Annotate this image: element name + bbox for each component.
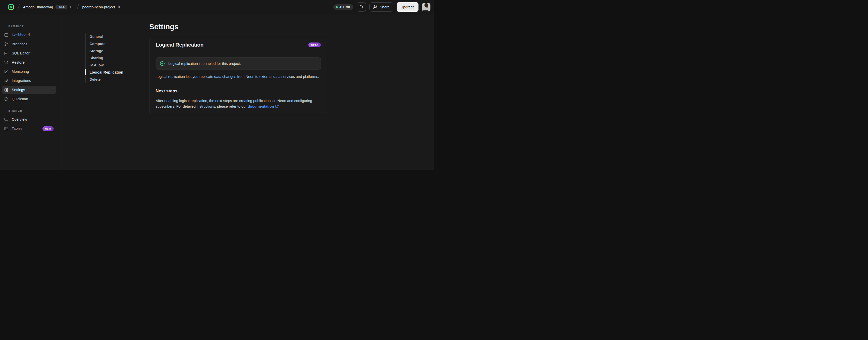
new-badge: NEW — [42, 126, 54, 131]
sidebar-item-label: Settings — [12, 88, 25, 92]
check-circle-icon — [4, 97, 8, 101]
bell-icon — [359, 5, 364, 9]
git-branch-icon — [4, 42, 8, 46]
sidebar-section-gap — [8, 104, 50, 109]
sidebar-item-label: Quickstart — [12, 97, 28, 101]
share-label: Share — [380, 5, 390, 9]
settings-nav-ip-allow[interactable]: IP Allow — [90, 62, 123, 69]
status-label: ALL OK — [339, 6, 350, 9]
gear-icon — [4, 88, 8, 92]
sidebar-item-settings[interactable]: Settings — [2, 86, 56, 94]
documentation-link[interactable]: documentation — [248, 104, 279, 108]
plan-badge: FREE — [55, 5, 67, 9]
card-header: Logical Replication BETA — [156, 42, 321, 48]
topbar-actions: ALL OK Share Upgrade — [333, 2, 430, 12]
sidebar-item-label: Tables — [12, 126, 22, 131]
breadcrumb-org[interactable]: Amogh Bharadwaj — [23, 5, 53, 9]
documentation-link-label: documentation — [248, 104, 274, 108]
next-steps-text-body: After enabling logical replication, the … — [156, 99, 312, 108]
table-icon — [4, 126, 8, 131]
users-icon — [373, 5, 377, 9]
card-title: Logical Replication — [156, 42, 204, 48]
history-icon — [4, 60, 8, 65]
sidebar-item-dashboard[interactable]: Dashboard — [2, 31, 56, 39]
sidebar-item-quickstart[interactable]: Quickstart — [2, 95, 56, 103]
settings-nav-delete[interactable]: Delete — [90, 76, 123, 83]
page-title: Settings — [149, 22, 179, 31]
breadcrumb-project[interactable]: peerdb-neon-project — [82, 5, 115, 9]
settings-nav-general[interactable]: General — [90, 33, 123, 40]
sidebar-item-label: Dashboard — [12, 33, 30, 37]
beta-badge: BETA — [308, 42, 321, 47]
sidebar-item-label: Integrations — [12, 79, 31, 83]
status-badge[interactable]: ALL OK — [333, 4, 353, 10]
breadcrumb-divider — [76, 4, 79, 10]
integrations-icon — [4, 79, 8, 83]
logical-replication-card: Logical Replication BETA Logical replica… — [149, 38, 327, 114]
sidebar-item-tables[interactable]: Tables NEW — [2, 124, 56, 133]
settings-nav-compute[interactable]: Compute — [90, 40, 123, 47]
next-steps-text: After enabling logical replication, the … — [156, 98, 320, 109]
sidebar-item-monitoring[interactable]: Monitoring — [2, 67, 56, 76]
success-alert: Logical replication is enabled for this … — [156, 58, 321, 69]
sidebar-item-overview[interactable]: Overview — [2, 115, 56, 123]
org-switcher-chevron-icon[interactable] — [69, 5, 73, 9]
external-link-icon — [275, 104, 279, 108]
sidebar-item-label: Branches — [12, 42, 27, 46]
sidebar-item-restore[interactable]: Restore — [2, 58, 56, 66]
user-avatar[interactable] — [422, 3, 430, 11]
app-window: Amogh Bharadwaj FREE peerdb-neon-project… — [0, 0, 434, 170]
success-alert-text: Logical replication is enabled for this … — [168, 62, 241, 66]
settings-nav-sharing[interactable]: Sharing — [90, 54, 123, 62]
settings-nav-storage[interactable]: Storage — [90, 47, 123, 54]
next-steps-heading: Next steps — [156, 89, 178, 94]
sidebar-item-integrations[interactable]: Integrations — [2, 77, 56, 85]
sidebar-item-label: SQL Editor — [12, 51, 30, 55]
sidebar-section-project: PROJECT — [8, 25, 50, 28]
sidebar-item-sql-editor[interactable]: SQL Editor — [2, 49, 56, 57]
sidebar: PROJECT Dashboard Branches SQL Editor Re… — [0, 15, 58, 170]
card-description: Logical replication lets you replicate d… — [156, 74, 320, 80]
sidebar-item-label: Restore — [12, 60, 25, 64]
breadcrumb-divider — [17, 4, 20, 10]
window-icon — [4, 33, 8, 37]
sidebar-item-branches[interactable]: Branches — [2, 40, 56, 48]
sidebar-item-label: Monitoring — [12, 69, 29, 74]
window-icon — [4, 117, 8, 122]
upgrade-button[interactable]: Upgrade — [397, 2, 418, 12]
sidebar-section-branch: BRANCH — [8, 109, 50, 112]
success-check-icon — [160, 61, 165, 66]
terminal-icon — [4, 51, 8, 55]
notifications-button[interactable] — [357, 2, 366, 12]
topbar: Amogh Bharadwaj FREE peerdb-neon-project… — [0, 0, 434, 14]
neon-logo-icon[interactable] — [8, 4, 14, 10]
sidebar-item-label: Overview — [12, 117, 27, 121]
chart-icon — [4, 69, 8, 74]
settings-nav-logical-replication[interactable]: Logical Replication — [90, 69, 123, 76]
status-ok-dot-icon — [336, 6, 338, 8]
settings-nav: General Compute Storage Sharing IP Allow… — [85, 33, 123, 83]
share-button[interactable]: Share — [369, 2, 394, 12]
project-switcher-chevron-icon[interactable] — [117, 5, 121, 9]
